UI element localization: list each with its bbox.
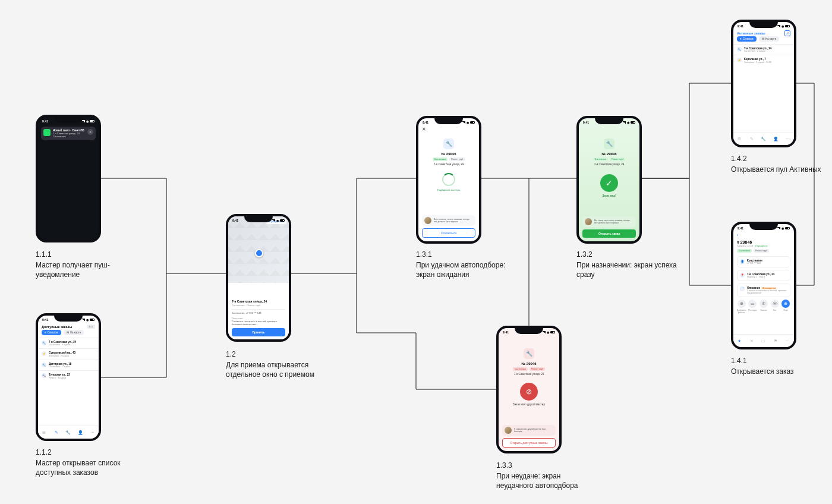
seg-list-button[interactable]: ≡ Списком	[737, 36, 757, 42]
nav-more-icon[interactable]: ⋯	[90, 430, 96, 436]
open-order-button[interactable]: Открыть заказ	[582, 229, 636, 238]
pin-icon: 📍	[740, 273, 745, 278]
nav-home-icon[interactable]: ⊞	[736, 136, 742, 142]
avatar	[585, 218, 592, 225]
action-bar: ⊕Добавить работы ▭Расходы ✆Звонок ✉Чат ⊕…	[737, 300, 790, 314]
list-item[interactable]: ⚡Суворовский пр., 43Электрика · 2 задачи	[38, 348, 99, 359]
person-icon: 👤	[740, 259, 745, 264]
nav-profile-icon[interactable]: 👤	[77, 430, 83, 436]
plus-icon: ⊕	[738, 300, 746, 308]
map-pin-icon[interactable]	[255, 249, 263, 257]
back-button[interactable]: ‹	[733, 231, 794, 239]
seg-map-button[interactable]: ⊞ На карте	[759, 36, 780, 42]
doc-icon: 📄	[740, 286, 745, 291]
action-add-work[interactable]: ⊕Добавить работы	[737, 300, 746, 314]
cancel-button[interactable]: Отказаться	[422, 228, 475, 238]
chat-icon: ✉	[771, 300, 779, 308]
caption-132: 1.3.2 При назначении: экран успеха сразу	[576, 250, 677, 280]
sheet-contact: Константин, +7 921 *** 143	[232, 311, 285, 314]
app-icon	[43, 129, 51, 136]
order-number: № 29046	[579, 152, 639, 156]
list-item[interactable]: 🔧7-я Советская ул., 24Сантехника · 4 зад…	[38, 338, 99, 348]
caption-141: 1.4.1 Открывается заказ	[731, 356, 794, 376]
helper-hint: К сожалению другой мастер был быстрее	[502, 425, 556, 436]
wrench-icon: 🔧	[604, 138, 614, 149]
description-card[interactable]: 📄 Описание НеполадочкаСломался смеситель…	[737, 284, 790, 297]
bolt-icon: ⚡	[42, 351, 46, 356]
fail-icon: ⊘	[520, 383, 538, 401]
notch	[54, 117, 83, 123]
list-header: Доступные заказы 4/21	[38, 323, 99, 330]
list-item[interactable]: 🔧Дегтярная ул., 18Сантехника · 1 задача	[38, 360, 99, 370]
open-available-button[interactable]: Открыть доступные заказы	[502, 438, 556, 448]
order-number: № 29046	[418, 152, 479, 156]
nav-more-icon[interactable]: ⋯	[785, 338, 791, 344]
push-notification[interactable]: Новый заказ · Санкт-Пб 7-я Советская ули…	[41, 127, 96, 140]
sheet-address: 7-я Советская улица, 24	[232, 300, 285, 303]
spinner-icon	[442, 173, 455, 186]
status-icons: ◉	[81, 119, 94, 123]
client-card[interactable]: 👤 Константин+7 921 *** 143	[737, 256, 790, 267]
bottom-nav: ⊞ ✎ 🔧 👤 ⋯	[38, 426, 99, 439]
avatar	[505, 427, 512, 434]
address-card[interactable]: 📍 7-я Советская ул., 24Подъезд 2 · этаж …	[737, 270, 790, 281]
grid-icon[interactable]	[784, 30, 790, 36]
phone-1-3-1-waiting: 9:41◉ ✕ 🔧 № 29046 СантехникаРемонт труб …	[416, 116, 481, 244]
close-icon[interactable]: ✕	[87, 129, 93, 135]
seg-list-button[interactable]: ≡ Списком	[42, 330, 61, 335]
caption-131: 1.3.1 При удачном автоподборе: экран ожи…	[416, 250, 517, 280]
phone-1-3-3-fail: 9:41◉ 🔧 № 29046 СантехникаРемонт труб 7-…	[496, 326, 562, 453]
nav-work-icon[interactable]: 🔧	[65, 430, 71, 436]
list-item[interactable]: 🔧7-я Советская ул., 24Сантехника · 4 зад…	[733, 44, 794, 55]
searching-text: Подбираем мастера	[418, 188, 479, 191]
accept-button[interactable]: Принять	[232, 328, 285, 336]
nav-profile-icon[interactable]: 👤	[773, 136, 779, 142]
nav-orders-icon[interactable]: ✎	[749, 136, 755, 142]
bottom-nav: ★ ✕ ▭ ⚑ ⋯	[733, 334, 794, 347]
nav-x-icon[interactable]: ✕	[749, 338, 755, 344]
nav-box-icon[interactable]: ▭	[761, 338, 767, 344]
wrench-icon: 🔧	[737, 47, 742, 52]
map-view[interactable]: Пропустить	[228, 216, 289, 283]
close-icon[interactable]: ✕	[422, 127, 426, 132]
action-call[interactable]: ✆Звонок	[759, 300, 768, 314]
time: 9:41	[42, 119, 48, 123]
list-item[interactable]: ⚡Короленко ул., 7Электрика · 2 задачи · …	[733, 55, 794, 65]
wrench-icon: 🔧	[42, 363, 46, 367]
avatar	[424, 217, 431, 224]
list-item[interactable]: 🔨Тульская ул., 22Ремонт · 3 задачи	[38, 370, 99, 381]
caption-111: 1.1.1 Мастер получает пуш-уведомление	[36, 250, 137, 280]
seg-map-button[interactable]: ⊞ На карте	[64, 330, 84, 335]
order-number: № 29046	[499, 362, 559, 366]
push-body: 7-я Советская улица, 24 Сантехника	[53, 132, 85, 138]
detail-number: # 29046	[737, 240, 790, 244]
phone-icon: ✆	[759, 300, 768, 308]
phone-1-1-1-push: 9:41 ◉ Новый заказ · Санкт-Пб 7-я Советс…	[36, 115, 101, 242]
card-icon: ▭	[748, 300, 757, 308]
caption-112: 1.1.2 Мастер открывает список доступных …	[36, 448, 137, 478]
nav-orders-icon[interactable]: ✎	[53, 430, 59, 436]
wrench-icon: 🔧	[443, 138, 454, 149]
nav-more-icon[interactable]: ⋯	[785, 136, 791, 142]
nav-work-icon[interactable]: 🔧	[761, 136, 767, 142]
bottom-nav: ⊞ ✎ 🔧 👤 ⋯	[733, 132, 794, 145]
phone-1-2-accept-window: 9:41◉ Пропустить 7-я Советская улица, 24…	[226, 214, 291, 342]
fail-text: Заказ взял другой мастер	[499, 403, 559, 407]
action-expenses[interactable]: ▭Расходы	[748, 300, 758, 314]
phone-1-4-2-active-pool: 9:41◉ Активные заказы 2 ≡ Списком ⊞ На к…	[731, 20, 796, 147]
phone-1-4-1-order-detail: 9:41◉ ‹ # 29046 Создано 12:23 · В процес…	[731, 222, 796, 349]
action-more[interactable]: ⊕Ещё	[781, 300, 790, 314]
phone-1-3-2-success: 9:41◉ 🔧 № 29046 СантехникаРемонт труб 7-…	[576, 116, 642, 244]
sheet-subtitle: Сантехника · Ремонт труб	[232, 304, 285, 307]
success-text: Заказ ваш!	[579, 194, 639, 197]
bolt-icon: ⚡	[737, 58, 742, 62]
nav-home-icon[interactable]: ⊞	[41, 430, 47, 436]
nav-flag-icon[interactable]: ⚑	[773, 338, 779, 344]
caption-133: 1.3.3 При неудаче: экран неудачного авто…	[496, 461, 597, 491]
caption-142: 1.4.2 Открывается пул Активных	[731, 154, 821, 174]
wrench-icon: 🔧	[524, 348, 534, 359]
phone-1-1-2-available-list: 9:41◉ Доступные заказы 4/21 ≡ Списком ⊞ …	[36, 313, 101, 441]
action-chat[interactable]: ✉Чат	[770, 300, 780, 314]
nav-star-icon[interactable]: ★	[736, 338, 742, 344]
order-address: 7-я Советская улица, 24	[418, 163, 479, 166]
